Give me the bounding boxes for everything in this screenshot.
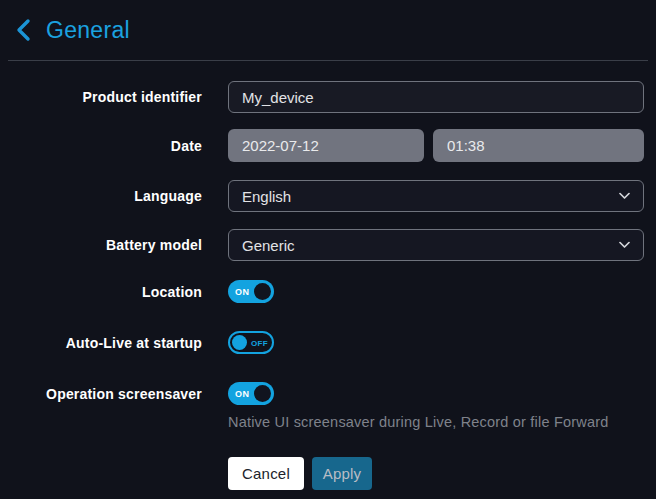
- location-label: Location: [0, 284, 202, 300]
- language-row: Language English: [0, 180, 656, 212]
- toggle-state-text: OFF: [251, 338, 268, 347]
- date-row: Date: [0, 129, 656, 162]
- battery-model-label: Battery model: [0, 237, 202, 253]
- operation-screensaver-row: Operation screensaver ON: [0, 382, 656, 405]
- product-identifier-row: Product identifier: [0, 81, 656, 113]
- back-button[interactable]: [15, 18, 32, 42]
- toggle-state-text: ON: [235, 287, 249, 297]
- toggle-knob: [232, 335, 247, 350]
- toggle-knob: [254, 283, 271, 300]
- operation-screensaver-label: Operation screensaver: [0, 386, 202, 402]
- product-identifier-label: Product identifier: [0, 89, 202, 105]
- action-buttons: Cancel Apply: [228, 457, 656, 490]
- battery-model-selected-value: Generic: [242, 237, 295, 254]
- auto-live-toggle[interactable]: OFF: [228, 331, 274, 354]
- language-selected-value: English: [242, 188, 291, 205]
- apply-button[interactable]: Apply: [312, 457, 372, 490]
- time-input: [433, 129, 644, 162]
- screensaver-hint-row: Native UI screensaver during Live, Recor…: [0, 414, 656, 430]
- settings-form: Product identifier Date Language English: [0, 61, 656, 490]
- chevron-down-icon: [619, 193, 630, 200]
- page-header: General: [0, 0, 656, 45]
- battery-model-row: Battery model Generic: [0, 229, 656, 261]
- cancel-button[interactable]: Cancel: [228, 457, 304, 490]
- screensaver-hint-text: Native UI screensaver during Live, Recor…: [228, 414, 648, 430]
- battery-model-select[interactable]: Generic: [228, 229, 644, 261]
- operation-screensaver-toggle[interactable]: ON: [228, 382, 274, 405]
- location-toggle[interactable]: ON: [228, 280, 274, 303]
- language-label: Language: [0, 188, 202, 204]
- general-settings-page: General Product identifier Date Language…: [0, 0, 656, 499]
- chevron-left-icon: [15, 18, 32, 42]
- toggle-knob: [254, 385, 271, 402]
- product-identifier-input[interactable]: [228, 81, 644, 113]
- date-input: [228, 129, 424, 162]
- auto-live-row: Auto-Live at startup OFF: [0, 331, 656, 354]
- page-title: General: [46, 15, 130, 45]
- toggle-state-text: ON: [235, 389, 249, 399]
- date-label: Date: [0, 138, 202, 154]
- location-row: Location ON: [0, 280, 656, 303]
- language-select[interactable]: English: [228, 180, 644, 212]
- auto-live-label: Auto-Live at startup: [0, 335, 202, 351]
- chevron-down-icon: [619, 242, 630, 249]
